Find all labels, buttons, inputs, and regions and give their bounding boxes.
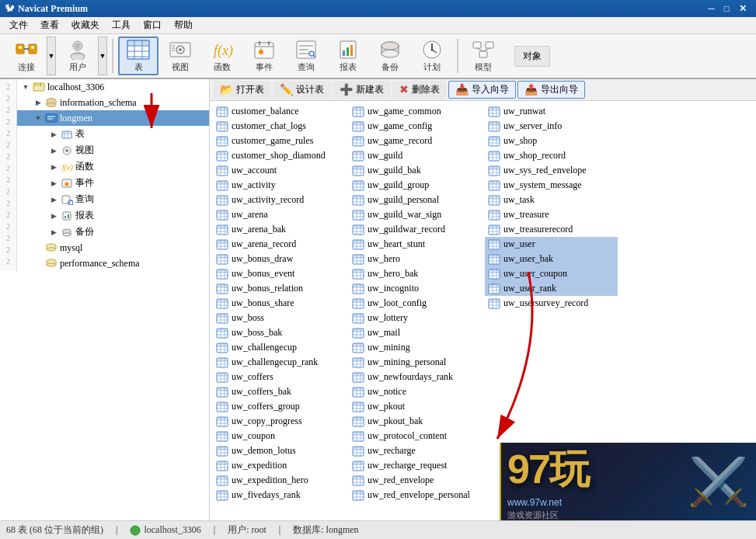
tree-db-info-schema[interactable]: ▶ information_schema bbox=[17, 95, 209, 110]
table-row-item[interactable]: uw_expedition_hero bbox=[213, 473, 346, 488]
table-row-item[interactable]: uw_incognito bbox=[349, 281, 482, 296]
table-row-item[interactable]: uw_shop_record bbox=[485, 148, 618, 163]
server-toggle[interactable]: ▼ bbox=[20, 82, 31, 92]
table-row-item[interactable]: uw_sys_red_envelope bbox=[485, 163, 618, 178]
table-row-item[interactable]: uw_bonus_draw bbox=[213, 252, 346, 266]
func-folder-toggle[interactable]: ▶ bbox=[48, 162, 59, 172]
connect-button[interactable]: 连接 bbox=[6, 37, 47, 75]
view-button[interactable]: 视图 bbox=[160, 37, 200, 75]
table-row-item[interactable]: uw_boss bbox=[213, 311, 346, 325]
table-row-item[interactable]: uw_red_envelope bbox=[349, 473, 482, 488]
table-row-item[interactable]: uw_coupon bbox=[213, 429, 346, 443]
table-row-item[interactable]: uw_recharge bbox=[349, 443, 482, 458]
table-row-item[interactable]: uw_pkout bbox=[349, 399, 482, 414]
table-row-item[interactable]: customer_game_rules bbox=[213, 134, 346, 148]
table-row-item[interactable]: uw_arena bbox=[213, 207, 346, 222]
table-row-item[interactable]: uw_coffers_bak bbox=[213, 384, 346, 399]
table-row-item[interactable]: uw_bonus_event bbox=[213, 266, 346, 281]
table-row-item[interactable]: uw_challengecup_rank bbox=[213, 355, 346, 370]
table-row-item[interactable]: uw_usersurvey_record bbox=[485, 296, 618, 311]
table-row-item[interactable]: uw_boss_bak bbox=[213, 325, 346, 340]
info-schema-toggle[interactable]: ▶ bbox=[33, 97, 44, 108]
table-button[interactable]: 表 bbox=[118, 37, 159, 75]
backup-button[interactable]: 备份 bbox=[370, 37, 410, 75]
table-row-item[interactable]: uw_guild_war_sign bbox=[349, 207, 482, 222]
table-row-item[interactable]: uw_game_common bbox=[349, 104, 482, 119]
table-row-item[interactable]: uw_treasurerecord bbox=[485, 222, 618, 237]
table-row-item[interactable]: uw_server_info bbox=[485, 119, 618, 134]
tree-db-perf-schema[interactable]: performance_schema bbox=[17, 256, 209, 271]
table-row-item[interactable]: uw_bonus_share bbox=[213, 296, 346, 311]
table-row-item[interactable]: uw_fivedays_rank bbox=[213, 488, 346, 502]
tree-query-folder[interactable]: ▶ 查询 bbox=[45, 191, 209, 207]
table-folder-toggle[interactable]: ▶ bbox=[48, 129, 59, 140]
table-row-item[interactable]: uw_heart_stunt bbox=[349, 237, 482, 252]
win-maximize[interactable]: □ bbox=[719, 3, 734, 15]
schedule-button[interactable]: 计划 bbox=[412, 37, 452, 75]
table-row-item[interactable]: uw_arena_record bbox=[213, 237, 346, 252]
table-row-item[interactable]: uw_expedition bbox=[213, 458, 346, 473]
delete-table-button[interactable]: ✖ 删除表 bbox=[392, 81, 447, 99]
query-button[interactable]: 查询 bbox=[286, 37, 326, 75]
table-row-item[interactable]: uw_hero_bak bbox=[349, 266, 482, 281]
table-row-item[interactable]: uw_hero bbox=[349, 252, 482, 266]
table-row-item[interactable]: uw_activity bbox=[213, 178, 346, 193]
menu-window[interactable]: 窗口 bbox=[137, 17, 168, 33]
table-row-item[interactable]: customer_chat_logs bbox=[213, 119, 346, 134]
table-row-item[interactable]: uw_account bbox=[213, 163, 346, 178]
table-row-item[interactable]: uw_bonus_relation bbox=[213, 281, 346, 296]
user-button[interactable]: 用户 bbox=[57, 37, 98, 75]
longmen-toggle[interactable]: ▼ bbox=[33, 113, 44, 123]
menu-view[interactable]: 查看 bbox=[34, 17, 65, 33]
table-row-item[interactable]: uw_loot_config bbox=[349, 296, 482, 311]
menu-file[interactable]: 文件 bbox=[3, 17, 34, 33]
tree-backup-folder[interactable]: ▶ 备份 bbox=[45, 224, 209, 240]
table-row-item[interactable]: uw_guild_group bbox=[349, 178, 482, 193]
event-folder-toggle[interactable]: ▶ bbox=[48, 178, 59, 189]
new-table-button[interactable]: ➕ 新建表 bbox=[333, 81, 391, 99]
view-folder-toggle[interactable]: ▶ bbox=[48, 145, 59, 156]
table-row-item[interactable]: uw_recharge_request bbox=[349, 458, 482, 473]
open-table-button[interactable]: 📂 打开表 bbox=[213, 81, 271, 99]
table-row-item[interactable]: uw_guild_bak bbox=[349, 163, 482, 178]
table-row-item[interactable]: uw_guild bbox=[349, 148, 482, 163]
table-row-item[interactable]: uw_notice bbox=[349, 384, 482, 399]
table-row-item[interactable]: uw_arena_bak bbox=[213, 222, 346, 237]
table-row-item[interactable]: uw_mail bbox=[349, 325, 482, 340]
table-row-item[interactable]: uw_red_envelope_personal bbox=[349, 488, 482, 502]
menu-favorites[interactable]: 收藏夹 bbox=[65, 17, 106, 33]
report-button[interactable]: 报表 bbox=[328, 37, 368, 75]
tree-event-folder[interactable]: ▶ 事件 bbox=[45, 175, 209, 191]
table-row-item[interactable]: uw_copy_progress bbox=[213, 414, 346, 429]
tree-view-folder[interactable]: ▶ 视图 bbox=[45, 142, 209, 158]
table-row-item[interactable]: uw_activity_record bbox=[213, 193, 346, 207]
export-wizard-button[interactable]: 📤 导出向导 bbox=[517, 81, 585, 99]
perf-schema-toggle[interactable] bbox=[33, 258, 44, 269]
tree-server[interactable]: ▼ localhost_3306 bbox=[17, 79, 209, 95]
model-button[interactable]: 模型 bbox=[463, 37, 503, 75]
table-row-item[interactable]: uw_pkout_bak bbox=[349, 414, 482, 429]
table-row-item[interactable]: uw_treasure bbox=[485, 207, 618, 222]
table-row-item[interactable]: uw_shop bbox=[485, 134, 618, 148]
table-row-item[interactable]: uw_game_record bbox=[349, 134, 482, 148]
user-dropdown-arrow[interactable]: ▼ bbox=[98, 37, 107, 75]
table-row-item[interactable]: uw_game_config bbox=[349, 119, 482, 134]
table-row-item[interactable]: uw_user_coupon bbox=[485, 266, 618, 281]
table-row-item[interactable]: uw_guild_personal bbox=[349, 193, 482, 207]
table-row-item[interactable]: uw_user_rank bbox=[485, 281, 618, 296]
menu-tools[interactable]: 工具 bbox=[106, 17, 137, 33]
connect-dropdown-arrow[interactable]: ▼ bbox=[47, 37, 56, 75]
table-row-item[interactable]: uw_system_message bbox=[485, 178, 618, 193]
table-row-item[interactable]: uw_coffers_group bbox=[213, 399, 346, 414]
win-minimize[interactable]: ─ bbox=[703, 3, 719, 15]
report-folder-toggle[interactable]: ▶ bbox=[48, 210, 59, 221]
table-row-item[interactable]: uw_challengecup bbox=[213, 340, 346, 355]
tree-table-folder[interactable]: ▶ 表 bbox=[45, 126, 209, 142]
tree-db-mysql[interactable]: mysql bbox=[17, 240, 209, 256]
object-tab[interactable]: 对象 bbox=[514, 46, 550, 67]
table-row-item[interactable]: uw_runwat bbox=[485, 104, 618, 119]
mysql-toggle[interactable] bbox=[33, 242, 44, 253]
table-row-item[interactable]: uw_mining_personal bbox=[349, 355, 482, 370]
win-close[interactable]: ✕ bbox=[734, 3, 751, 15]
table-row-item[interactable]: uw_protocol_content bbox=[349, 429, 482, 443]
